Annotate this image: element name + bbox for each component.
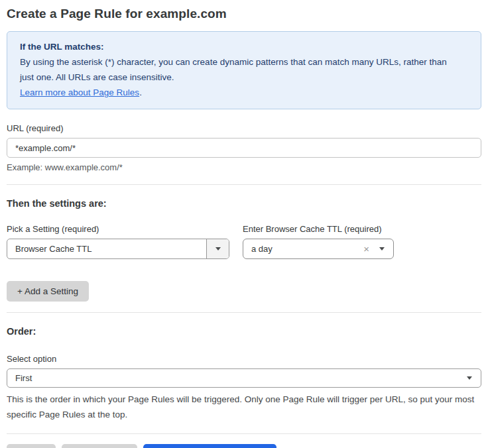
divider xyxy=(7,312,481,313)
order-select-value: First xyxy=(7,373,467,383)
footer-actions: Cancel Save as Draft Save and Deploy Pag… xyxy=(7,444,481,448)
order-select-group: Select option First This is the order in… xyxy=(7,354,481,422)
ttl-picker-group: Enter Browser Cache TTL (required) a day… xyxy=(243,224,394,259)
info-box-link-line: Learn more about Page Rules. xyxy=(20,85,468,100)
order-select-arrow xyxy=(467,376,481,380)
url-input[interactable] xyxy=(7,138,481,158)
url-field-group: URL (required) Example: www.example.com/… xyxy=(7,123,481,172)
info-box-heading: If the URL matches: xyxy=(20,39,468,54)
save-as-draft-button[interactable]: Save as Draft xyxy=(62,444,137,448)
setting-picker-label: Pick a Setting (required) xyxy=(7,224,229,234)
settings-section-heading: Then the settings are: xyxy=(7,198,481,209)
setting-picker-group: Pick a Setting (required) Browser Cache … xyxy=(7,224,229,259)
ttl-picker-combobox[interactable]: a day × xyxy=(243,239,394,259)
create-page-rule-form: Create a Page Rule for example.com If th… xyxy=(0,7,488,448)
link-suffix: . xyxy=(139,87,142,97)
setting-picker-arrow-section[interactable] xyxy=(206,239,229,258)
order-section-heading: Order: xyxy=(7,326,481,337)
divider xyxy=(7,433,481,434)
setting-picker-value: Browser Cache TTL xyxy=(7,244,206,254)
info-box-body: By using the asterisk (*) character, you… xyxy=(20,54,457,85)
url-field-label: URL (required) xyxy=(7,123,481,133)
order-select-label: Select option xyxy=(7,354,481,364)
ttl-picker-label: Enter Browser Cache TTL (required) xyxy=(243,224,394,234)
order-select[interactable]: First xyxy=(7,368,481,388)
chevron-down-icon xyxy=(379,247,385,251)
page-title: Create a Page Rule for example.com xyxy=(7,7,481,21)
setting-picker-select[interactable]: Browser Cache TTL xyxy=(7,239,229,259)
clear-icon[interactable]: × xyxy=(363,244,369,254)
ttl-picker-value: a day xyxy=(243,244,363,254)
add-setting-button[interactable]: + Add a Setting xyxy=(7,281,89,302)
order-help-text: This is the order in which your Page Rul… xyxy=(7,392,481,422)
settings-row: Pick a Setting (required) Browser Cache … xyxy=(7,224,481,259)
url-example-hint: Example: www.example.com/* xyxy=(7,162,481,172)
save-and-deploy-button[interactable]: Save and Deploy Page Rule xyxy=(143,444,277,448)
chevron-down-icon xyxy=(467,376,472,380)
chevron-down-icon xyxy=(215,247,221,251)
url-match-info-box: If the URL matches: By using the asteris… xyxy=(7,31,481,109)
divider xyxy=(7,184,481,185)
learn-more-link[interactable]: Learn more about Page Rules xyxy=(20,87,139,97)
cancel-button[interactable]: Cancel xyxy=(7,444,56,448)
